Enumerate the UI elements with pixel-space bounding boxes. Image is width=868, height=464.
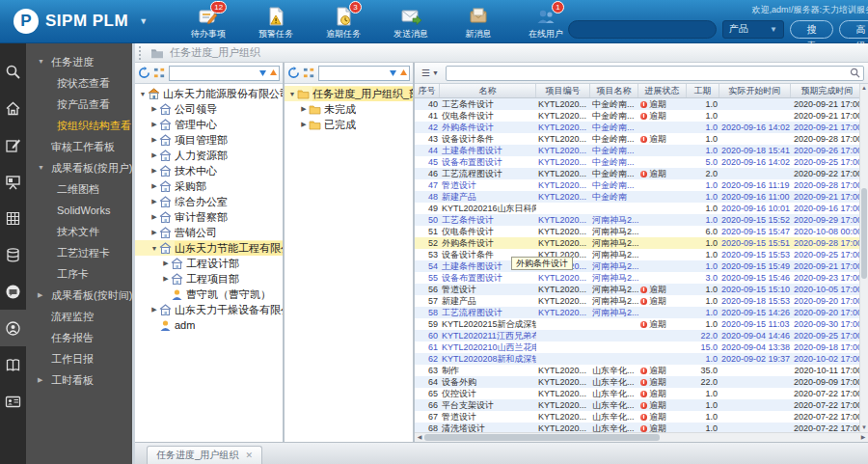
horizontal-scrollbar[interactable]: ◀ ▶ [415,432,868,442]
column-header-5[interactable]: 工期 [687,84,719,97]
topbar-item-todo[interactable]: 待办事项12 [186,6,231,41]
scroll-up-icon[interactable]: ▲ [860,84,868,93]
table-row[interactable]: 64设备外购KYTL2020...山东辛化...逾期22.02020-09-09… [415,376,868,388]
app-logo[interactable]: P SIPM PLM ▼ [0,9,159,34]
org-tree-node-15[interactable]: adm [135,317,283,333]
rail-item-idcard[interactable] [0,383,26,420]
locate-node-icon[interactable] [303,67,315,79]
chevron-right-icon[interactable]: ▶ [149,105,159,113]
table-row[interactable]: 58工艺流程图设计KYTL2020...河南神马2...1.02020-09-1… [415,307,868,318]
chevron-right-icon[interactable]: ▶ [299,121,309,128]
find-prev-icon[interactable] [268,68,279,79]
org-tree-node-9[interactable]: ▶营销公司 [135,225,283,240]
table-row[interactable]: 44土建条件图设计KYTL2020...中金岭南...1.02020-09-18… [415,145,868,156]
vscroll-thumb[interactable] [861,188,867,279]
table-row[interactable]: 66平台支架设计KYTL2020...山东辛化...逾期1.02020-07-2… [415,399,868,411]
search-icon[interactable] [850,68,860,78]
table-row[interactable]: 52外购条件设计KYTL2020...河南神马2...1.02020-09-15… [415,237,868,249]
table-row[interactable]: 50工艺条件设计KYTL2020...河南神马2...1.02020-09-15… [415,214,868,226]
org-tree-node-12[interactable]: ▶工程项目部 [135,271,283,287]
table-row[interactable]: 41仪电条件设计KYTL2020...中金岭南...逾期1.02020-09-2… [415,110,868,122]
topbar-item-new-message[interactable]: 新消息 [456,6,501,41]
sidebar-item-0[interactable]: ▼任务进度 [26,51,132,72]
org-tree-node-0[interactable]: ▼山东天力能源股份有限公司 [135,86,283,101]
rail-item-book[interactable] [0,346,26,383]
org-tree-node-13[interactable]: 曹守凯（曹守凯） [135,287,283,302]
column-header-3[interactable]: 项目名称 [590,84,638,97]
global-search-input[interactable] [568,20,717,39]
table-row[interactable]: 62KYTL2020208新和成深轨...1.02020-09-02 19:37… [415,353,868,365]
org-tree-node-11[interactable]: ▶工程设计部 [135,256,283,271]
sidebar-item-6[interactable]: 二维图档 [26,178,132,200]
table-row[interactable]: 63制作KYTL2020...山东辛化...逾期35.02020-10-11 1… [415,365,868,376]
org-tree-node-7[interactable]: ▶综合办公室 [135,194,283,209]
vertical-scrollbar[interactable]: ▲ ▼ [859,84,868,432]
scroll-left-icon[interactable]: ◀ [415,433,424,442]
table-row[interactable]: 47管道设计KYTL2020...中金岭南...1.02020-09-16 11… [415,179,868,191]
chevron-down-icon[interactable]: ▼ [138,91,148,97]
task-folder-filter-input[interactable] [319,68,388,78]
rail-item-database[interactable] [0,236,26,273]
chevron-right-icon[interactable]: ▶ [299,105,309,113]
table-row[interactable]: 59KYTL2020215新合成深轨...逾期1.02020-09-15 11:… [415,318,868,330]
chevron-right-icon[interactable]: ▶ [149,136,159,144]
chevron-right-icon[interactable]: ▶ [149,213,159,221]
column-header-1[interactable]: 名称 [440,84,536,97]
table-row[interactable]: 46工艺流程图设计KYTL2020...中金岭南...逾期2.02020-09-… [415,168,868,179]
find-next-icon[interactable] [258,68,268,79]
table-row[interactable]: 51仪电条件设计KYTL2020...河南神马2...6.02020-09-15… [415,226,868,237]
chevron-right-icon[interactable]: ▶ [149,182,159,190]
chevron-right-icon[interactable]: ▶ [161,259,171,267]
sidebar-item-12[interactable]: 流程监控 [26,306,132,327]
column-header-6[interactable]: 实际开始时间 [719,84,791,97]
task-tree-node-2[interactable]: ▶已完成 [285,117,413,132]
org-tree-node-8[interactable]: ▶审计督察部 [135,209,283,225]
rail-item-chat[interactable] [0,273,26,310]
table-row[interactable]: 43设备设计条件KYTL2020...中金岭南...逾期1.02020-09-2… [415,133,868,145]
org-tree-node-4[interactable]: ▶人力资源部 [135,148,283,163]
drag-handle[interactable] [139,46,143,60]
chevron-right-icon[interactable]: ▶ [149,306,159,314]
bottom-tab-task-progress[interactable]: 任务进度_用户组织 ✕ [147,446,262,464]
scroll-down-icon[interactable]: ▼ [860,423,868,432]
table-row[interactable]: 53设备设计条件KYTL2020...河南神马2...1.02020-09-15… [415,249,868,260]
table-row[interactable]: 54土建条件图设计KYTL2020...河南神马2...1.02020-09-1… [415,260,868,272]
table-row[interactable]: 65仪控设计KYTL2020...山东辛化...逾期1.02020-07-22 … [415,388,868,399]
topbar-item-send-message[interactable]: 发送消息 [389,6,433,41]
table-row[interactable]: 48新建产品KYTL2020...中金岭南1.02020-09-16 11:00… [415,191,868,203]
search-button[interactable]: 搜索 [790,20,833,39]
find-prev-icon[interactable] [398,68,409,79]
table-row[interactable]: 60KYTL2020211江西兄弟布...22.02020-09-04 14:4… [415,330,868,341]
table-search-input[interactable] [447,68,850,78]
table-row[interactable]: 67管道设计KYTL2020...山东辛化...逾期1.02020-07-22 … [415,411,868,423]
sidebar-item-15[interactable]: ▶工时看板 [26,369,132,391]
task-tree-node-1[interactable]: ▶未完成 [285,101,413,117]
locate-node-icon[interactable] [153,67,166,79]
rail-item-board[interactable] [0,163,26,200]
table-row[interactable]: 57新建产品KYTL2020...河南神马2...逾期1.02020-09-18… [415,295,868,307]
refresh-icon[interactable] [138,67,150,79]
refresh-icon[interactable] [287,67,300,79]
chevron-down-icon[interactable]: ▼ [149,245,159,252]
sidebar-item-3[interactable]: 按组织结构查看 [26,115,132,136]
sidebar-item-11[interactable]: ▶成果看板(按时间) [26,285,132,306]
advanced-search-button[interactable]: 高级 [839,20,868,39]
chevron-right-icon[interactable]: ▶ [149,229,159,236]
scroll-right-icon[interactable]: ▶ [858,433,868,442]
org-tree-node-3[interactable]: ▶项目管理部 [135,132,283,148]
org-tree-node-1[interactable]: ▶公司领导 [135,101,283,117]
column-header-2[interactable]: 项目编号 [536,84,590,97]
chevron-right-icon[interactable]: ▶ [149,198,159,205]
topbar-item-online-users[interactable]: 在线用户1 [524,6,568,41]
topbar-item-overdue-task[interactable]: 逾期任务3 [321,6,366,41]
org-tree-node-6[interactable]: ▶采购部 [135,178,283,194]
chevron-down-icon[interactable]: ▼ [287,91,297,97]
column-header-0[interactable]: 序号 [415,84,440,97]
org-tree-node-14[interactable]: ▶山东天力干燥设备有限公司 [135,302,283,317]
sidebar-item-8[interactable]: 技术文件 [26,221,132,242]
find-next-icon[interactable] [388,68,398,79]
sidebar-item-10[interactable]: 工序卡 [26,263,132,285]
sidebar-item-2[interactable]: 按产品查看 [26,94,132,115]
close-icon[interactable]: ✕ [246,450,254,460]
search-category-select[interactable]: 产品 ▼ [722,20,784,39]
